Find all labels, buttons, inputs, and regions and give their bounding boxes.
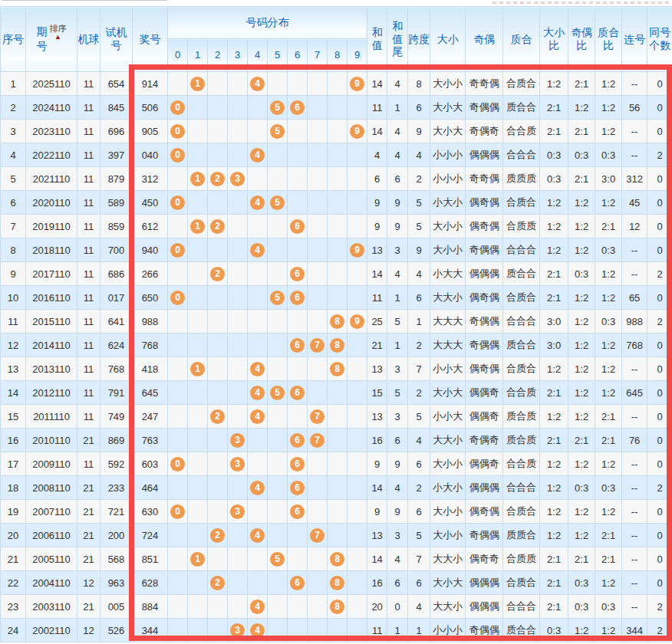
cell-consecutive: -- <box>622 143 647 167</box>
dist-cell-3 <box>228 215 248 238</box>
cell-prime-pattern: 质合质 <box>503 405 540 429</box>
dist-cell-7 <box>308 310 328 334</box>
cell-win-number: 905 <box>133 120 168 143</box>
digit-ball-0: 0 <box>170 196 185 210</box>
cell-prime-pattern: 质质合 <box>503 524 540 547</box>
cell-size-ratio: 0:3 <box>540 167 568 191</box>
dist-cell-9 <box>348 167 367 191</box>
cell-parity-ratio: 1:2 <box>568 96 595 120</box>
cell-sum-tail: 3 <box>387 238 408 262</box>
table-row: 10 2016110 11 017 650 0 5 6 11 1 6 大大小 偶… <box>1 286 672 310</box>
sort-control[interactable]: 排序 ▲ <box>50 25 67 41</box>
cell-seq: 22 <box>1 571 26 595</box>
cell-same-count: 0 <box>647 167 672 191</box>
dist-cell-5 <box>268 238 288 262</box>
cell-same-count: 0 <box>647 571 672 595</box>
dist-cell-9 <box>348 524 367 547</box>
cell-sum-tail: 4 <box>387 143 408 167</box>
cell-parity-pattern: 偶偶偶 <box>466 143 503 167</box>
digit-ball-5: 5 <box>270 124 285 139</box>
digit-ball-4: 4 <box>250 386 265 400</box>
dist-cell-1 <box>188 310 208 334</box>
dist-cell-6 <box>288 524 308 547</box>
digit-ball-3: 3 <box>230 457 245 472</box>
cell-sum: 6 <box>367 167 387 191</box>
dist-cell-6 <box>288 191 308 215</box>
cell-parity-pattern: 偶偶奇 <box>466 381 503 405</box>
cell-period: 2015110 <box>26 310 77 334</box>
cell-size-pattern: 小小小 <box>430 143 466 167</box>
dist-cell-1 <box>188 96 208 120</box>
dist-cell-0 <box>168 571 188 595</box>
dist-cell-3 <box>228 286 248 310</box>
dist-cell-4: 4 <box>248 143 268 167</box>
digit-header-9: 9 <box>348 39 367 72</box>
dist-cell-3: 3 <box>228 167 248 191</box>
cell-test-number: 791 <box>100 381 133 405</box>
cell-sum: 14 <box>367 476 387 500</box>
cell-span: 4 <box>408 262 430 286</box>
digit-ball-8: 8 <box>330 600 344 614</box>
cell-parity-pattern: 偶奇偶 <box>466 357 503 381</box>
dist-cell-1 <box>188 191 208 215</box>
cell-prime-ratio: 1:2 <box>595 96 622 120</box>
dist-cell-4: 4 <box>248 619 268 642</box>
dist-cell-6: 6 <box>288 500 308 524</box>
dist-cell-6: 6 <box>288 571 308 595</box>
table-row: 20 2006110 21 200 724 2 4 7 13 3 5 大小小 奇… <box>1 524 672 547</box>
dist-cell-8 <box>328 429 348 452</box>
col-header-test: 试机号 <box>100 7 133 72</box>
cell-consecutive: 76 <box>622 429 647 452</box>
dist-cell-0 <box>168 381 188 405</box>
cell-parity-pattern: 偶奇偶 <box>466 191 503 215</box>
dist-cell-3 <box>228 405 248 429</box>
cell-size-pattern: 大小小 <box>430 524 466 547</box>
cell-parity-ratio: 1:2 <box>568 334 595 357</box>
dist-cell-2 <box>208 143 228 167</box>
dist-cell-5 <box>268 143 288 167</box>
dist-cell-6 <box>288 143 308 167</box>
dist-cell-2 <box>208 191 228 215</box>
cell-size-ratio: 1:2 <box>540 238 568 262</box>
digit-ball-0: 0 <box>170 148 185 163</box>
digit-ball-2: 2 <box>210 409 225 424</box>
dist-cell-0: 0 <box>168 238 188 262</box>
cell-parity-ratio: 1:2 <box>568 357 595 381</box>
cell-size-pattern: 大大大 <box>430 310 466 334</box>
dist-cell-8 <box>328 143 348 167</box>
dist-cell-2: 2 <box>208 167 228 191</box>
cell-consecutive: 344 <box>622 619 647 642</box>
dist-cell-2 <box>208 334 228 357</box>
dist-cell-2: 2 <box>208 405 228 429</box>
digit-ball-4: 4 <box>250 481 265 495</box>
dist-cell-3 <box>228 381 248 405</box>
lottery-trend-page: { "table": { "headers": { "xuhao": "序号",… <box>0 0 672 644</box>
dist-cell-3 <box>228 262 248 286</box>
cell-same-count: 2 <box>647 476 672 500</box>
dist-cell-5 <box>268 571 288 595</box>
dist-cell-3 <box>228 571 248 595</box>
dist-cell-0: 0 <box>168 96 188 120</box>
col-header-period: 期 号 排序 ▲ <box>26 7 77 72</box>
cell-period: 2023110 <box>26 120 77 143</box>
dist-cell-5: 5 <box>268 191 288 215</box>
cell-consecutive: 312 <box>622 167 647 191</box>
dist-cell-2 <box>208 96 228 120</box>
cell-machine-ball: 11 <box>77 381 100 405</box>
dist-cell-7: 7 <box>308 524 328 547</box>
dist-cell-2 <box>208 595 228 619</box>
cell-prime-ratio: 1:2 <box>595 286 622 310</box>
cell-prime-ratio: 1:2 <box>595 357 622 381</box>
dist-cell-1 <box>188 405 208 429</box>
cell-test-number: 696 <box>100 120 133 143</box>
dist-cell-1 <box>188 524 208 547</box>
digit-ball-2: 2 <box>210 528 225 543</box>
cell-parity-ratio: 0:3 <box>568 262 595 286</box>
table-row: 18 2008110 21 233 464 4 6 14 4 2 小大小 偶偶偶… <box>1 476 672 500</box>
cell-size-pattern: 小大小 <box>430 476 466 500</box>
digit-ball-5: 5 <box>270 291 285 305</box>
cell-test-number: 568 <box>100 547 133 571</box>
sort-asc-icon: ▲ <box>54 34 61 41</box>
cell-span: 9 <box>408 120 430 143</box>
digit-ball-1: 1 <box>190 172 205 186</box>
